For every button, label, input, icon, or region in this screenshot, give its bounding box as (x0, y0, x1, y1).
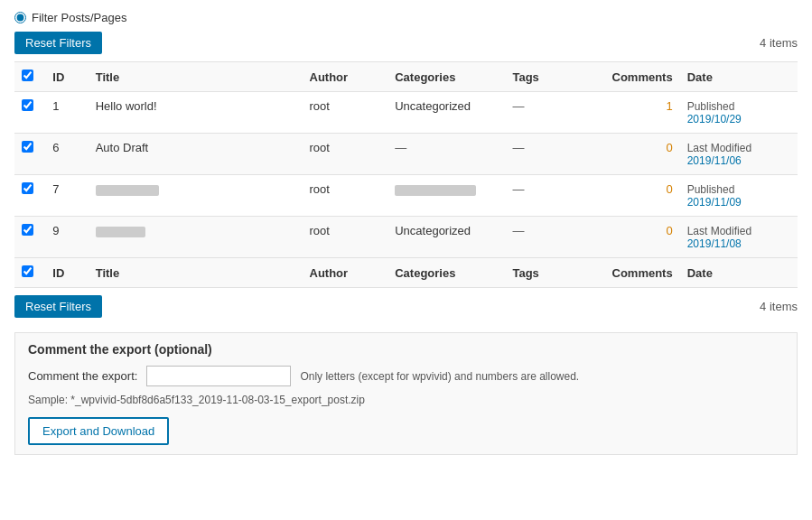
date-link[interactable]: 2019/11/09 (687, 196, 790, 209)
col-footer-date: Date (680, 258, 798, 288)
cell-categories: — (387, 134, 505, 175)
cell-id: 9 (45, 217, 88, 258)
cell-tags: — (505, 92, 591, 134)
row-checkbox[interactable] (22, 141, 33, 153)
filter-radio[interactable] (14, 12, 26, 23)
table-footer-row: ID Title Author Categories Tags Comments… (14, 258, 798, 288)
col-footer-title: Title (89, 258, 303, 288)
col-header-title: Title (89, 62, 303, 92)
col-footer-categories: Categories (387, 258, 505, 288)
cell-tags: — (505, 175, 591, 217)
table-row: 7 root — 0 Published 2019/11/09 (14, 175, 798, 217)
cell-id: 1 (45, 92, 88, 134)
cell-author: root (303, 92, 388, 134)
row-checkbox[interactable] (22, 224, 33, 236)
comment-export-row: Comment the export: Only letters (except… (28, 366, 784, 386)
export-download-button[interactable]: Export and Download (28, 417, 169, 445)
cell-title (89, 217, 303, 258)
cell-categories: Uncategorized (387, 217, 505, 258)
comments-link[interactable]: 0 (666, 224, 672, 237)
cell-comments: 1 (591, 92, 680, 134)
row-checkbox[interactable] (22, 182, 33, 194)
col-header-comments: Comments (591, 62, 680, 92)
col-header-id: ID (45, 62, 88, 92)
col-header-tags: Tags (505, 62, 591, 92)
comments-link[interactable]: 0 (666, 141, 672, 154)
col-footer-id: ID (45, 258, 88, 288)
cell-comments: 0 (591, 217, 680, 258)
cell-author: root (303, 217, 388, 258)
filter-label: Filter Posts/Pages (32, 11, 127, 24)
comment-section-title: Comment the export (optional) (28, 342, 784, 357)
table-row: 1 Hello world! root Uncategorized — 1 Pu… (14, 92, 798, 134)
comment-section: Comment the export (optional) Comment th… (14, 332, 798, 455)
col-header-date: Date (680, 62, 798, 92)
cell-author: root (303, 134, 388, 175)
col-footer-comments: Comments (591, 258, 680, 288)
col-footer-author: Author (303, 258, 388, 288)
cell-date: Published 2019/10/29 (680, 92, 798, 134)
date-link[interactable]: 2019/11/08 (687, 237, 790, 250)
cell-author: root (303, 175, 388, 217)
items-count-top: 4 items (760, 36, 798, 50)
reset-filters-button-bottom[interactable]: Reset Filters (14, 295, 102, 318)
top-toolbar: Reset Filters 4 items (14, 32, 798, 54)
date-link[interactable]: 2019/10/29 (687, 113, 790, 125)
cell-comments: 0 (591, 175, 680, 217)
cell-title (89, 175, 303, 217)
col-header-categories: Categories (387, 62, 505, 92)
cell-tags: — (505, 217, 591, 258)
cell-id: 6 (45, 134, 88, 175)
sample-text: Sample: *_wpvivid-5dbf8d6a5f133_2019-11-… (28, 394, 784, 406)
comment-export-label: Comment the export: (28, 369, 137, 383)
col-header-author: Author (303, 62, 388, 92)
date-link[interactable]: 2019/11/06 (687, 154, 790, 167)
comments-link[interactable]: 0 (666, 182, 672, 196)
cell-date: Last Modified 2019/11/08 (680, 217, 798, 258)
cell-date: Published 2019/11/09 (680, 175, 798, 217)
items-count-bottom: 4 items (760, 300, 798, 313)
table-row: 6 Auto Draft root — — 0 Last Modified 20… (14, 134, 798, 175)
comment-export-input[interactable] (146, 366, 291, 386)
cell-tags: — (505, 134, 591, 175)
col-footer-tags: Tags (505, 258, 591, 288)
cell-id: 7 (45, 175, 88, 217)
posts-table: ID Title Author Categories Tags Comments… (14, 61, 798, 288)
cell-categories: Uncategorized (387, 92, 505, 134)
comments-link[interactable]: 1 (666, 99, 672, 113)
filter-header: Filter Posts/Pages (14, 11, 798, 24)
cell-comments: 0 (591, 134, 680, 175)
bottom-toolbar: Reset Filters 4 items (14, 295, 798, 318)
reset-filters-button-top[interactable]: Reset Filters (14, 32, 102, 54)
cell-categories (387, 175, 505, 217)
row-checkbox[interactable] (22, 99, 33, 111)
table-row: 9 root Uncategorized — 0 Last Modified 2… (14, 217, 798, 258)
table-header-row: ID Title Author Categories Tags Comments… (14, 62, 798, 92)
select-all-checkbox[interactable] (22, 70, 33, 81)
select-all-checkbox-footer[interactable] (22, 265, 33, 277)
cell-title: Auto Draft (89, 134, 303, 175)
cell-date: Last Modified 2019/11/06 (680, 134, 798, 175)
comment-note: Only letters (except for wpvivid) and nu… (300, 370, 579, 383)
cell-title: Hello world! (89, 92, 303, 134)
